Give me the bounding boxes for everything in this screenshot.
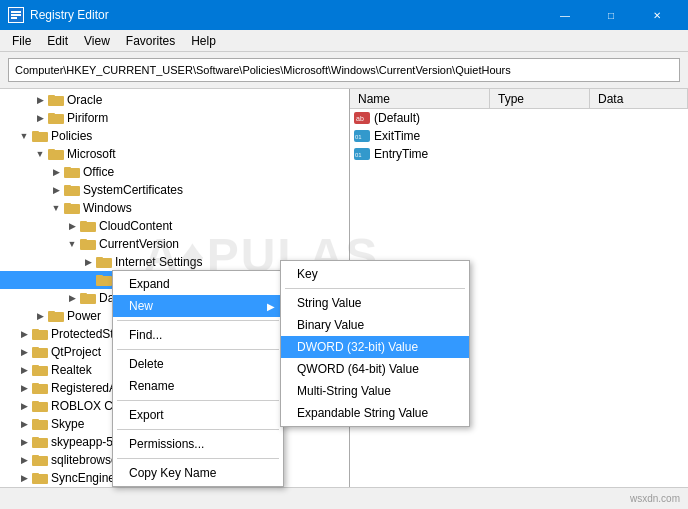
right-pane-header: Name Type Data bbox=[350, 89, 688, 109]
ctx-sep-2 bbox=[117, 349, 279, 350]
title-bar-left: Registry Editor bbox=[8, 7, 109, 23]
folder-icon-datacollect bbox=[80, 291, 96, 305]
submenu-sep-1 bbox=[285, 288, 465, 289]
tree-arrow-office bbox=[48, 163, 64, 181]
menu-edit[interactable]: Edit bbox=[39, 30, 76, 52]
tree-label: QtProject bbox=[51, 345, 101, 359]
tree-label: Windows bbox=[83, 201, 132, 215]
ctx-permissions[interactable]: Permissions... bbox=[113, 433, 283, 455]
tree-arrow-datacollect bbox=[64, 289, 80, 307]
folder-icon-power bbox=[48, 309, 64, 323]
submenu-binary-value[interactable]: Binary Value bbox=[281, 314, 469, 336]
reg-icon-bin-exittime: 01 bbox=[354, 129, 370, 143]
folder-icon-piriform bbox=[48, 111, 64, 125]
svg-rect-35 bbox=[32, 365, 39, 368]
ctx-copy-key-name[interactable]: Copy Key Name bbox=[113, 462, 283, 484]
title-bar: Registry Editor — □ ✕ bbox=[0, 0, 688, 30]
svg-text:01: 01 bbox=[355, 134, 362, 140]
tree-arrow-piriform bbox=[32, 109, 48, 127]
submenu-multistring-value[interactable]: Multi-String Value bbox=[281, 380, 469, 402]
reg-item-exittime[interactable]: 01 ExitTime bbox=[350, 127, 688, 145]
svg-rect-31 bbox=[32, 329, 39, 332]
svg-rect-29 bbox=[48, 311, 55, 314]
folder-icon-syncengines bbox=[32, 471, 48, 485]
tree-arrow-roblox bbox=[16, 397, 32, 415]
tree-item-systemcerts[interactable]: SystemCertificates bbox=[0, 181, 349, 199]
col-header-name: Name bbox=[350, 89, 490, 109]
svg-rect-1 bbox=[11, 11, 21, 13]
tree-item-microsoft[interactable]: Microsoft bbox=[0, 145, 349, 163]
folder-icon-systemcerts bbox=[64, 183, 80, 197]
tree-item-oracle[interactable]: Oracle bbox=[0, 91, 349, 109]
tree-label: Piriform bbox=[67, 111, 108, 125]
ctx-expand[interactable]: Expand bbox=[113, 273, 283, 295]
ctx-rename[interactable]: Rename bbox=[113, 375, 283, 397]
folder-icon-office bbox=[64, 165, 80, 179]
folder-icon-realtek bbox=[32, 363, 48, 377]
tree-label: Microsoft bbox=[67, 147, 116, 161]
maximize-button[interactable]: □ bbox=[588, 0, 634, 30]
svg-text:ab: ab bbox=[356, 115, 364, 122]
tree-arrow-windows bbox=[48, 199, 64, 217]
menu-view[interactable]: View bbox=[76, 30, 118, 52]
folder-icon-skype bbox=[32, 417, 48, 431]
folder-icon-internetsettings bbox=[96, 255, 112, 269]
svg-rect-43 bbox=[32, 437, 39, 440]
tree-item-policies[interactable]: Policies bbox=[0, 127, 349, 145]
tree-arrow-sqlitebrowser bbox=[16, 451, 32, 469]
submenu-qword-value[interactable]: QWORD (64-bit) Value bbox=[281, 358, 469, 380]
ctx-sep-1 bbox=[117, 320, 279, 321]
tree-item-piriform[interactable]: Piriform bbox=[0, 109, 349, 127]
close-button[interactable]: ✕ bbox=[634, 0, 680, 30]
ctx-export[interactable]: Export bbox=[113, 404, 283, 426]
menu-favorites[interactable]: Favorites bbox=[118, 30, 183, 52]
reg-name-entrytime: EntryTime bbox=[374, 147, 688, 161]
folder-icon-ps bbox=[32, 327, 48, 341]
svg-rect-11 bbox=[48, 149, 55, 152]
svg-rect-3 bbox=[11, 17, 17, 19]
submenu-expandable-value[interactable]: Expandable String Value bbox=[281, 402, 469, 424]
tree-item-office[interactable]: Office bbox=[0, 163, 349, 181]
folder-icon-microsoft bbox=[48, 147, 64, 161]
submenu-dword-value[interactable]: DWORD (32-bit) Value bbox=[281, 336, 469, 358]
tree-label: Office bbox=[83, 165, 114, 179]
tree-arrow-currentversion bbox=[64, 235, 80, 253]
tree-label: Internet Settings bbox=[115, 255, 202, 269]
title-bar-controls: — □ ✕ bbox=[542, 0, 680, 30]
tree-arrow-realtek bbox=[16, 361, 32, 379]
reg-item-entrytime[interactable]: 01 EntryTime bbox=[350, 145, 688, 163]
folder-icon-quiethours bbox=[96, 273, 112, 287]
folder-icon-qtproject bbox=[32, 345, 48, 359]
address-bar[interactable]: Computer\HKEY_CURRENT_USER\Software\Poli… bbox=[8, 58, 680, 82]
tree-arrow-oracle bbox=[32, 91, 48, 109]
submenu-key[interactable]: Key bbox=[281, 263, 469, 285]
tree-item-currentversion[interactable]: CurrentVersion bbox=[0, 235, 349, 253]
svg-rect-13 bbox=[64, 167, 71, 170]
menu-file[interactable]: File bbox=[4, 30, 39, 52]
tree-arrow-internetsettings bbox=[80, 253, 96, 271]
svg-rect-25 bbox=[96, 275, 103, 278]
svg-rect-5 bbox=[48, 95, 55, 98]
folder-icon-oracle bbox=[48, 93, 64, 107]
svg-rect-27 bbox=[80, 293, 87, 296]
reg-item-default[interactable]: ab (Default) bbox=[350, 109, 688, 127]
ctx-new[interactable]: New ▶ bbox=[113, 295, 283, 317]
tree-item-windows[interactable]: Windows bbox=[0, 199, 349, 217]
tree-item-cloudcontent[interactable]: CloudContent bbox=[0, 217, 349, 235]
ctx-new-arrow: ▶ bbox=[267, 301, 275, 312]
reg-icon-ab: ab bbox=[354, 111, 370, 125]
tree-arrow-skype bbox=[16, 415, 32, 433]
submenu-string-value[interactable]: String Value bbox=[281, 292, 469, 314]
col-header-type: Type bbox=[490, 89, 590, 109]
tree-label: Power bbox=[67, 309, 101, 323]
app-title: Registry Editor bbox=[30, 8, 109, 22]
ctx-delete[interactable]: Delete bbox=[113, 353, 283, 375]
minimize-button[interactable]: — bbox=[542, 0, 588, 30]
reg-icon-bin-entrytime: 01 bbox=[354, 147, 370, 161]
ctx-find[interactable]: Find... bbox=[113, 324, 283, 346]
menu-help[interactable]: Help bbox=[183, 30, 224, 52]
folder-icon-sqlitebrowser bbox=[32, 453, 48, 467]
svg-rect-9 bbox=[32, 131, 39, 134]
tree-arrow-quiethours bbox=[80, 271, 96, 289]
tree-arrow-cloudcontent bbox=[64, 217, 80, 235]
